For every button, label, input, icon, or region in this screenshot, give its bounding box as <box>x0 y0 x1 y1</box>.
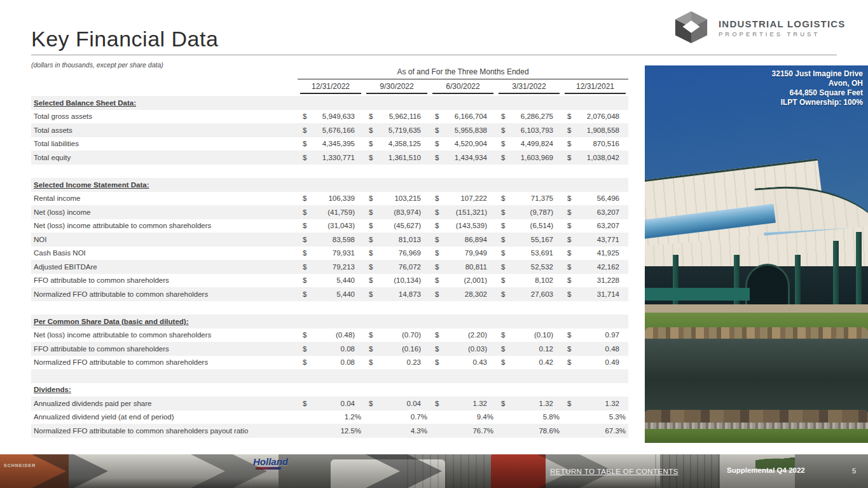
value-cell: $71,375 <box>496 194 562 202</box>
row-label: Annualized dividend yield (at end of per… <box>31 413 298 421</box>
table-row: Normalized FFO attributable to common sh… <box>31 356 628 370</box>
company-name: INDUSTRIAL LOGISTICS PROPERTIES TRUST <box>719 18 846 37</box>
table-row: Normalized FFO attributable to common sh… <box>31 287 628 301</box>
value-cell: $0.04 <box>298 400 364 407</box>
value-cell: $(151,321) <box>430 208 496 216</box>
value-cell: $0.08 <box>298 358 364 366</box>
pond <box>645 339 868 412</box>
title-divider <box>31 55 837 55</box>
row-label: Adjusted EBITDAre <box>31 263 298 271</box>
property-size: 644,850 Square Feet <box>772 88 863 98</box>
column-header: 9/30/2022 <box>366 80 427 94</box>
value-cell: $1.32 <box>562 400 628 407</box>
row-label: FFO attributable to common shareholders <box>31 276 298 284</box>
column-header: 3/31/2022 <box>499 80 560 94</box>
section-heading-row: Per Common Share Data (basic and diluted… <box>31 315 628 329</box>
value-cell: 9.4% <box>430 413 496 421</box>
value-cell: $107,222 <box>430 194 496 202</box>
value-cell: $27,603 <box>496 290 562 298</box>
value-cell: $0.48 <box>562 345 628 353</box>
value-cell: $63,207 <box>562 222 628 229</box>
value-cell: $106,339 <box>298 194 364 202</box>
table-row: Annualized dividend yield (at end of per… <box>31 410 628 424</box>
section-heading: Per Common Share Data (basic and diluted… <box>31 318 298 325</box>
section-heading-row: Selected Balance Sheet Data: <box>31 96 628 110</box>
table-row: FFO attributable to common shareholders$… <box>31 342 628 356</box>
row-label: Normalized FFO attributable to common sh… <box>31 427 298 435</box>
row-label: Rental income <box>31 194 298 202</box>
table-row: FFO attributable to common shareholders$… <box>31 274 628 288</box>
column-header: 6/30/2022 <box>432 80 493 94</box>
value-cell: $(6,514) <box>496 222 562 229</box>
value-cell: $0.04 <box>364 400 430 407</box>
value-cell: $1,603,969 <box>496 154 562 161</box>
table-row: Normalized FFO attributable to common sh… <box>31 424 628 438</box>
company-name-line2: PROPERTIES TRUST <box>719 30 846 37</box>
value-cell: $1,038,042 <box>562 154 628 161</box>
row-label: Total assets <box>31 126 298 134</box>
value-cell: $80,811 <box>430 263 496 271</box>
value-cell: $79,213 <box>298 263 364 271</box>
value-cell: $79,931 <box>298 249 364 257</box>
spacer-row <box>31 369 628 383</box>
value-cell: $6,286,275 <box>496 112 562 120</box>
value-cell: $31,228 <box>562 276 628 284</box>
row-label: Cash Basis NOI <box>31 249 298 257</box>
row-label: Net (loss) income <box>31 208 298 216</box>
table-row: NOI$83,598$81,013$86,894$55,167$43,771 <box>31 233 628 247</box>
table-row: Cash Basis NOI$79,931$76,969$79,949$53,6… <box>31 247 628 261</box>
section-heading: Selected Income Statement Data: <box>31 181 298 189</box>
value-cell: $(0.70) <box>364 331 430 339</box>
value-cell: $(31,043) <box>298 222 364 229</box>
company-logo: INDUSTRIAL LOGISTICS PROPERTIES TRUST <box>672 9 846 47</box>
value-cell: $5,440 <box>298 290 364 298</box>
value-cell: $31,714 <box>562 290 628 298</box>
value-cell: $76,969 <box>364 249 430 257</box>
document-label: Supplemental Q4 2022 <box>727 466 805 474</box>
value-cell: 4.3% <box>364 427 430 435</box>
section-heading: Selected Balance Sheet Data: <box>31 99 298 107</box>
value-cell: $43,771 <box>562 236 628 243</box>
row-label: Net (loss) income attributable to common… <box>31 331 298 339</box>
value-cell: $5,962,116 <box>364 112 430 120</box>
property-ownership: ILPT Ownership: 100% <box>772 98 863 107</box>
value-cell: $4,499,824 <box>496 140 562 147</box>
row-label: Normalized FFO attributable to common sh… <box>31 290 298 298</box>
value-cell: $1,908,558 <box>562 126 628 134</box>
value-cell: $(2,001) <box>430 276 496 284</box>
value-cell: $5,719,635 <box>364 126 430 134</box>
row-label: Net (loss) income attributable to common… <box>31 222 298 229</box>
property-caption: 32150 Just Imagine Drive Avon, OH 644,85… <box>772 69 863 107</box>
value-cell: $5,955,838 <box>430 126 496 134</box>
value-cell: $83,598 <box>298 236 364 243</box>
section-heading-row: Dividends: <box>31 383 628 397</box>
value-cell: $(0.48) <box>298 331 364 339</box>
value-cell: $(9,787) <box>496 208 562 216</box>
value-cell: $81,013 <box>364 236 430 243</box>
value-cell: $(10,134) <box>364 276 430 284</box>
spacer-row <box>31 301 628 315</box>
table-row: Total gross assets$5,949,633$5,962,116$6… <box>31 110 628 124</box>
financial-table: As of and For the Three Months Ended 12/… <box>31 67 628 438</box>
value-cell: $(83,974) <box>364 208 430 216</box>
value-cell: 1.2% <box>298 413 364 421</box>
value-cell: $0.23 <box>364 358 430 366</box>
value-cell: $(0.16) <box>364 345 430 353</box>
row-label: Total equity <box>31 154 298 161</box>
value-cell: $41,925 <box>562 249 628 257</box>
value-cell: $(143,539) <box>430 222 496 229</box>
section-heading: Dividends: <box>31 386 298 393</box>
table-row: Annualized dividends paid per share$0.04… <box>31 396 628 410</box>
property-address: 32150 Just Imagine Drive <box>772 69 863 79</box>
value-cell: $1,361,510 <box>364 154 430 161</box>
property-photo: 32150 Just Imagine Drive Avon, OH 644,85… <box>645 65 868 443</box>
property-city: Avon, OH <box>772 79 863 88</box>
value-cell: 67.3% <box>562 427 628 435</box>
teal-wall <box>645 288 750 301</box>
value-cell: $4,345,395 <box>298 140 364 147</box>
return-to-toc-link[interactable]: RETURN TO TABLE OF CONTENTS <box>550 468 679 475</box>
value-cell: $55,167 <box>496 236 562 243</box>
building-entrance-arch <box>745 264 790 304</box>
section-heading-row: Selected Income Statement Data: <box>31 178 628 192</box>
value-cell: $79,949 <box>430 249 496 257</box>
